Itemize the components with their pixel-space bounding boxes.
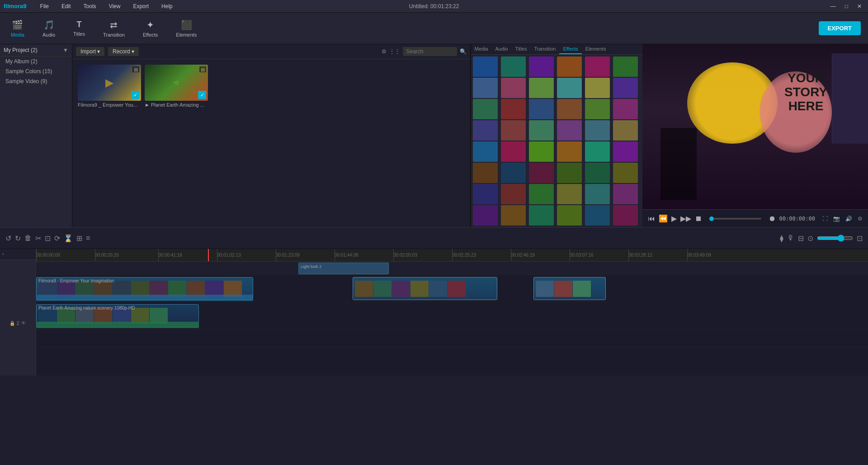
effect-cell[interactable] bbox=[585, 141, 610, 162]
effect-cell[interactable] bbox=[473, 141, 498, 162]
effect-cell[interactable] bbox=[473, 163, 498, 183]
effect-cell[interactable] bbox=[473, 120, 498, 141]
effect-cell[interactable] bbox=[501, 56, 526, 77]
sidebar-item-video[interactable]: Sample Video (9) bbox=[0, 76, 72, 86]
effect-cell[interactable] bbox=[585, 184, 610, 204]
audio-button[interactable]: 🎙 bbox=[787, 234, 794, 242]
cut-button[interactable]: ✂ bbox=[35, 234, 41, 243]
toolbar-media[interactable]: 🎬 Media bbox=[7, 18, 28, 39]
fullscreen-icon[interactable]: ⛶ bbox=[822, 216, 828, 222]
step-back-button[interactable]: ⏪ bbox=[659, 214, 668, 223]
toolbar-effects[interactable]: ✦ Effects bbox=[139, 18, 161, 39]
toolbar-transition[interactable]: ⇄ Transition bbox=[99, 18, 128, 39]
effect-cell[interactable] bbox=[501, 99, 526, 119]
menu-tools[interactable]: Tools bbox=[81, 2, 99, 10]
record-button-preview[interactable]: ⏺ bbox=[769, 215, 776, 223]
undo-button[interactable]: ↺ bbox=[5, 234, 11, 243]
play-button[interactable]: ▶ bbox=[671, 214, 677, 223]
pip-button[interactable]: ⊟ bbox=[798, 234, 804, 243]
speed-button[interactable]: ⟳ bbox=[54, 234, 60, 243]
effect-cell[interactable] bbox=[613, 78, 638, 98]
sidebar-item-album[interactable]: My Album (2) bbox=[0, 56, 72, 66]
import-button[interactable]: Import ▾ bbox=[76, 47, 104, 56]
effect-cell[interactable] bbox=[613, 99, 638, 119]
effect-cell[interactable] bbox=[585, 78, 610, 98]
record-button[interactable]: Record ▾ bbox=[108, 47, 139, 56]
effect-cell[interactable] bbox=[529, 141, 554, 162]
effect-cell[interactable] bbox=[473, 56, 498, 77]
grid-icon[interactable]: ⋮⋮ bbox=[389, 48, 400, 55]
filter-icon[interactable]: ⚙ bbox=[382, 48, 387, 55]
zoom-slider[interactable] bbox=[817, 235, 853, 242]
effect-cell[interactable] bbox=[557, 56, 582, 77]
snapshot-icon[interactable]: 📷 bbox=[833, 216, 840, 222]
effect-cell[interactable] bbox=[613, 184, 638, 204]
eff-tab-effects[interactable]: Effects bbox=[559, 44, 581, 54]
stabilize-button[interactable]: ⊞ bbox=[76, 234, 82, 243]
sidebar-item-colors[interactable]: Sample Colors (15) bbox=[0, 66, 72, 76]
crop-button[interactable]: ⊡ bbox=[45, 234, 51, 243]
volume-icon[interactable]: 🔊 bbox=[845, 216, 852, 222]
menu-file[interactable]: File bbox=[38, 2, 52, 10]
toolbar-titles[interactable]: T Titles bbox=[70, 18, 89, 38]
effect-cell[interactable] bbox=[501, 184, 526, 204]
effect-cell[interactable] bbox=[613, 120, 638, 141]
effect-cell[interactable] bbox=[473, 184, 498, 204]
effect-cell[interactable] bbox=[501, 141, 526, 162]
effect-cell[interactable] bbox=[529, 205, 554, 225]
eff-tab-media[interactable]: Media bbox=[471, 44, 492, 54]
effect-cell[interactable] bbox=[585, 56, 610, 77]
media-clip-0[interactable]: ▶ ✓ ▤ Filmora9 _ Empower You... bbox=[78, 65, 141, 108]
title-clip[interactable]: Light look 2 bbox=[298, 263, 389, 274]
effect-cell[interactable] bbox=[529, 78, 554, 98]
project-expand-icon[interactable]: ▼ bbox=[63, 47, 68, 53]
toolbar-elements[interactable]: ⬛ Elements bbox=[172, 18, 200, 39]
effect-cell[interactable] bbox=[473, 78, 498, 98]
effect-cell[interactable] bbox=[585, 99, 610, 119]
close-button[interactable]: ✕ bbox=[854, 2, 864, 10]
menu-help[interactable]: Help bbox=[159, 2, 175, 10]
search-icon[interactable]: 🔍 bbox=[460, 48, 467, 55]
eff-tab-transition[interactable]: Transition bbox=[530, 44, 559, 54]
menu-edit[interactable]: Edit bbox=[59, 2, 74, 10]
add-marker-button[interactable]: ⧫ bbox=[780, 234, 783, 243]
effect-cell[interactable] bbox=[557, 99, 582, 119]
video-clip-extra2[interactable] bbox=[533, 277, 606, 300]
effect-cell[interactable] bbox=[473, 99, 498, 119]
eff-tab-elements[interactable]: Elements bbox=[582, 44, 610, 54]
redo-button[interactable]: ↻ bbox=[15, 234, 21, 243]
effect-cell[interactable] bbox=[557, 184, 582, 204]
effect-cell[interactable] bbox=[585, 120, 610, 141]
menu-view[interactable]: View bbox=[106, 2, 123, 10]
effect-cell[interactable] bbox=[501, 205, 526, 225]
menu-export[interactable]: Export bbox=[130, 2, 151, 10]
effect-cell[interactable] bbox=[501, 120, 526, 141]
effect-cell[interactable] bbox=[529, 99, 554, 119]
video-clip-extra[interactable] bbox=[353, 277, 497, 300]
export-button[interactable]: EXPORT bbox=[819, 21, 861, 35]
effect-cell[interactable] bbox=[557, 78, 582, 98]
go-start-button[interactable]: ⏮ bbox=[648, 215, 655, 223]
effect-cell[interactable] bbox=[585, 163, 610, 183]
add-track-icon[interactable]: + bbox=[0, 249, 36, 259]
effect-cell[interactable] bbox=[529, 184, 554, 204]
effect-cell[interactable] bbox=[613, 141, 638, 162]
toolbar-audio[interactable]: 🎵 Audio bbox=[39, 18, 59, 39]
effect-cell[interactable] bbox=[529, 56, 554, 77]
effect-cell[interactable] bbox=[473, 205, 498, 225]
fit-button[interactable]: ⊡ bbox=[857, 234, 863, 243]
effect-cell[interactable] bbox=[613, 163, 638, 183]
effect-cell[interactable] bbox=[585, 205, 610, 225]
effect-cell[interactable] bbox=[501, 78, 526, 98]
track-v2-eye[interactable]: 👁 bbox=[21, 320, 26, 326]
effect-cell[interactable] bbox=[613, 56, 638, 77]
search-input[interactable] bbox=[403, 47, 457, 56]
settings-preview-icon[interactable]: ⚙ bbox=[858, 216, 863, 222]
effect-cell[interactable] bbox=[529, 120, 554, 141]
motion-button[interactable]: ⌛ bbox=[64, 234, 73, 243]
stop-button[interactable]: ⏹ bbox=[695, 215, 702, 223]
eff-tab-titles[interactable]: Titles bbox=[512, 44, 531, 54]
color-button[interactable]: ⊙ bbox=[807, 234, 813, 243]
delete-button[interactable]: 🗑 bbox=[24, 234, 32, 242]
effect-cell[interactable] bbox=[557, 141, 582, 162]
